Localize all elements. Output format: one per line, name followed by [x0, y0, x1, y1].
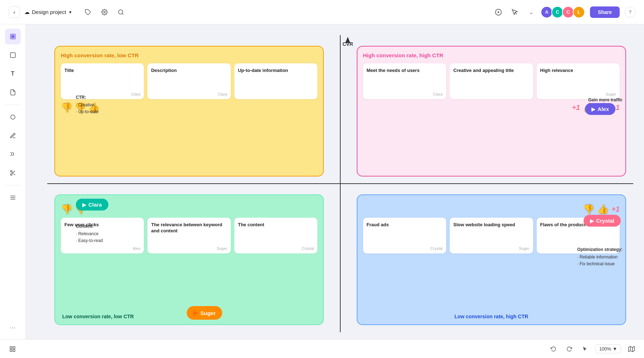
sidebar-divider-1 [6, 105, 20, 105]
share-button[interactable]: Share [590, 6, 620, 18]
avatar-l: L [573, 6, 585, 18]
quadrant-tl-title: High conversion rate, low CTR [61, 52, 317, 58]
topbar-right: ⌄ A C C L Share ? [493, 6, 635, 18]
sidebar-pen-btn[interactable] [5, 128, 21, 144]
redo-button[interactable] [564, 344, 575, 354]
card-tl-2-title: Description [151, 68, 227, 74]
card-br-1-author: Crystal [367, 246, 443, 251]
arrow-icon-alex: ▶ [591, 106, 595, 112]
card-tr-1-title: Meet the needs of users [367, 68, 443, 74]
card-tr-3-author: Suger [540, 92, 616, 96]
plus1-br: +1 [611, 205, 620, 213]
optimization-item-1: Reliable information [577, 254, 623, 261]
quadrant-tr-title: High conversion rate, high CTR [363, 52, 620, 58]
card-creative-title[interactable]: Creative and appealing title [450, 63, 533, 99]
card-content[interactable]: The content Crystal [234, 218, 317, 253]
bottombar: 100% ▼ [0, 339, 644, 358]
card-meet-needs[interactable]: Meet the needs of users Clara [363, 63, 446, 99]
help-button[interactable]: ? [625, 7, 635, 18]
card-title[interactable]: Title Clara [61, 63, 144, 99]
bottombar-right: 100% ▼ [548, 344, 637, 354]
card-description[interactable]: Description Clara [147, 63, 230, 99]
avatar-group: A C C L [542, 6, 585, 18]
svg-point-2 [118, 10, 123, 14]
alex-user-label: ▶ Alex [585, 103, 615, 115]
gain-traffic-text: Gain more traffic [588, 97, 623, 103]
avatar-a: A [541, 6, 553, 18]
svg-line-16 [13, 174, 15, 175]
svg-rect-11 [10, 53, 15, 58]
content-annotation-title: Content: [76, 223, 103, 230]
svg-rect-22 [13, 347, 15, 348]
svg-line-17 [12, 172, 13, 173]
card-bl-3-author: Crystal [238, 246, 314, 251]
svg-point-13 [10, 170, 12, 172]
play-icon[interactable] [493, 6, 504, 18]
svg-line-3 [122, 13, 123, 14]
card-slow-loading[interactable]: Slow website loading speed Suger [450, 218, 533, 253]
sidebar-sticky-btn[interactable] [5, 84, 21, 100]
card-tl-3-title: Up-to-date information [238, 68, 314, 74]
plus1-1: +1 [572, 103, 580, 112]
sidebar-cut-btn[interactable] [5, 165, 21, 181]
settings-icon[interactable] [99, 7, 109, 17]
svg-rect-24 [13, 349, 15, 351]
suger-user-label: ▶ Suger [187, 306, 222, 320]
card-tr-1-author: Clara [367, 92, 443, 96]
undo-button[interactable] [548, 344, 559, 354]
sidebar-shapes-btn[interactable] [5, 109, 21, 125]
reactions-br-top: 👎 👍 +1 [363, 204, 620, 215]
svg-point-1 [104, 11, 106, 13]
back-button[interactable]: ‹ [9, 6, 20, 18]
card-tr-3-title: High relevance [540, 68, 616, 74]
sidebar-select-btn[interactable] [5, 47, 21, 63]
content-item-1: Relevance [76, 231, 103, 237]
ctr-item-2: Up-to-date [76, 108, 98, 115]
search-icon[interactable] [116, 7, 126, 17]
sidebar-more-btn[interactable]: ··· [5, 319, 21, 335]
gain-traffic-annotation: Gain more traffic [588, 97, 623, 103]
sidebar-templates-btn[interactable] [5, 190, 21, 205]
svg-point-14 [10, 174, 12, 175]
svg-marker-30 [345, 37, 350, 43]
optimization-annotation: Optimization strategy: Reliable informat… [577, 246, 623, 268]
reactions-tl: 👎 👎 👍 [61, 102, 317, 113]
card-bl-3-title: The content [238, 222, 314, 228]
tag-icon[interactable] [83, 7, 93, 17]
celebrate-icon[interactable] [509, 6, 521, 18]
chevron-down-icon[interactable]: ⌄ [526, 6, 537, 18]
card-tl-1-title: Title [64, 68, 140, 74]
crystal-user-label: ▶ Crystal [584, 215, 621, 227]
arrow-icon-clara: ▶ [82, 202, 86, 208]
thumbsdown-1: 👎 [61, 102, 72, 113]
card-relevance-keyword[interactable]: The relevance between keyword and conten… [147, 218, 230, 253]
cursor-icon[interactable] [580, 344, 590, 354]
card-bl-2-title: The relevance between keyword and conten… [151, 222, 227, 234]
chevron-down-icon: ▼ [68, 10, 72, 14]
avatar-c2: C [562, 6, 574, 18]
svg-rect-23 [10, 349, 12, 351]
svg-rect-8 [13, 35, 14, 36]
topbar-icons [83, 7, 126, 17]
diagram-container: CVR CTR High conversion rate, low CTR Ti… [47, 35, 633, 332]
card-high-relevance[interactable]: High relevance Suger [537, 63, 620, 99]
cards-row-tr: Meet the needs of users Clara Creative a… [363, 63, 620, 99]
sidebar-text-btn[interactable]: T [5, 66, 21, 82]
reactions-tr: +1 👍 👍 +1 [363, 102, 620, 113]
card-br-2-author: Suger [453, 246, 529, 251]
zoom-control[interactable]: 100% ▼ [595, 344, 621, 353]
card-uptodate[interactable]: Up-to-date information [234, 63, 317, 99]
alex-label-container: ▶ Alex [585, 103, 615, 115]
card-fraud-ads[interactable]: Fraud ads Crystal [363, 218, 446, 253]
sidebar-draw-btn[interactable] [5, 146, 21, 162]
cloud-icon: ☁ [24, 9, 30, 15]
main-canvas: CVR CTR High conversion rate, low CTR Ti… [26, 24, 644, 339]
sidebar-frames-btn[interactable] [5, 29, 21, 44]
project-name-label: Design project [32, 9, 66, 15]
map-icon[interactable] [626, 344, 637, 354]
project-name[interactable]: ☁ Design project ▼ [24, 9, 72, 15]
card-tl-2-author: Clara [151, 92, 227, 96]
topbar-left: ‹ ☁ Design project ▼ [9, 6, 126, 18]
left-sidebar: T [0, 24, 26, 339]
grid-icon[interactable] [7, 344, 18, 354]
